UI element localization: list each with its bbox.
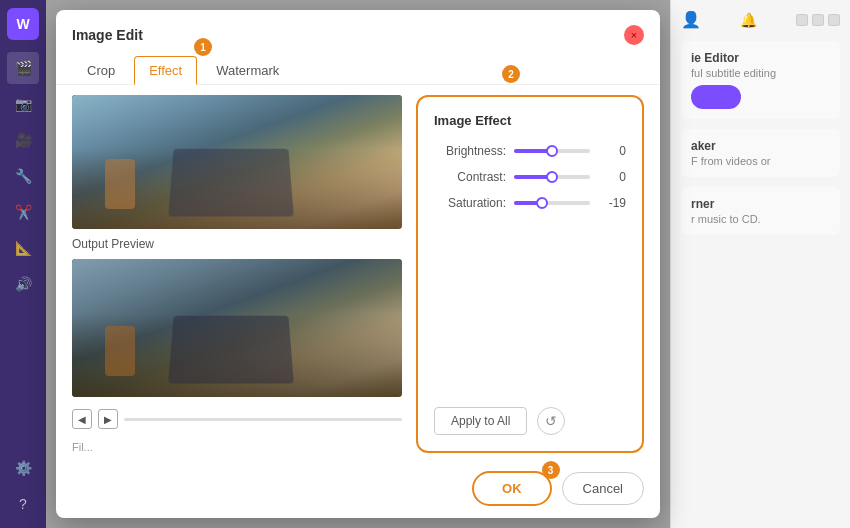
tab-effect[interactable]: Effect [134,56,197,85]
file-label: Fil... [72,441,402,453]
effect-box-title: Image Effect [434,113,626,128]
saturation-slider[interactable] [514,201,590,205]
right-section-burner-text: r music to CD. [691,213,830,225]
badge-3: 3 [542,461,560,479]
modal-overlay: 1 2 Image Edit × Crop Effect Watermark [46,0,670,528]
tab-watermark[interactable]: Watermark [201,56,294,85]
sidebar-item-audio[interactable]: 🔊 [7,268,39,300]
contrast-value: 0 [598,170,626,184]
reset-button[interactable]: ↺ [537,407,565,435]
sidebar-item-cut[interactable]: ✂️ [7,196,39,228]
logo-text: W [16,16,29,32]
contrast-thumb[interactable] [546,171,558,183]
right-panel-user-icon: 👤 [681,10,701,29]
sidebar-logo[interactable]: W [7,8,39,40]
sidebar-item-crop[interactable]: 📐 [7,232,39,264]
sidebar-item-settings[interactable]: ⚙️ [7,452,39,484]
sidebar-item-tools[interactable]: 🔧 [7,160,39,192]
right-section-maker-title: aker [691,139,830,153]
right-section-burner-title: rner [691,197,830,211]
original-preview [72,95,402,229]
effect-panel: Image Effect Brightness: 0 Contrast: [416,95,644,453]
saturation-label: Saturation: [434,196,506,210]
brightness-slider[interactable] [514,149,590,153]
contrast-label: Contrast: [434,170,506,184]
original-preview-image [72,95,402,229]
saturation-thumb[interactable] [536,197,548,209]
contrast-slider[interactable] [514,175,590,179]
output-preview-inner [72,259,402,397]
background-app-panel: 👤 🔔 ie Editor ful subtitle editing aker … [670,0,850,528]
ok-button[interactable]: OK [472,471,552,506]
dialog-body: Output Preview ◀ ▶ Fi [56,85,660,463]
sidebar: W 🎬 📷 🎥 🔧 ✂️ 📐 🔊 ⚙️ ? [0,0,46,528]
editor-button[interactable] [691,85,741,109]
contrast-row: Contrast: 0 [434,170,626,184]
sidebar-item-photo[interactable]: 📷 [7,88,39,120]
dialog-footer: 3 OK Cancel [56,463,660,518]
next-frame-button[interactable]: ▶ [98,409,118,429]
window-controls [796,14,840,26]
minimize-btn[interactable] [796,14,808,26]
dialog-tabs: Crop Effect Watermark [56,50,660,85]
maximize-btn[interactable] [812,14,824,26]
right-section-maker: aker F from videos or [681,129,840,177]
brightness-row: Brightness: 0 [434,144,626,158]
badge-2: 2 [502,65,520,83]
ok-button-wrapper: 3 OK [472,471,552,506]
right-section-editor: ie Editor ful subtitle editing [681,41,840,119]
apply-all-button[interactable]: Apply to All [434,407,527,435]
brightness-value: 0 [598,144,626,158]
dialog-header: Image Edit × [56,10,660,50]
tab-crop[interactable]: Crop [72,56,130,85]
saturation-row: Saturation: -19 [434,196,626,210]
dialog-title: Image Edit [72,27,143,43]
progress-bar[interactable] [124,418,402,421]
playback-controls: ◀ ▶ [72,405,402,433]
right-section-editor-title: ie Editor [691,51,830,65]
sidebar-item-home[interactable]: 🎬 [7,52,39,84]
brightness-label: Brightness: [434,144,506,158]
output-preview-label: Output Preview [72,237,402,251]
right-panel-bell-icon[interactable]: 🔔 [740,12,757,28]
right-section-maker-text: F from videos or [691,155,830,167]
spacer [434,222,626,387]
right-section-burner: rner r music to CD. [681,187,840,235]
right-panel-header: 👤 🔔 [681,10,840,29]
output-preview-image-container [72,259,402,397]
effect-box: Image Effect Brightness: 0 Contrast: [416,95,644,453]
cancel-button[interactable]: Cancel [562,472,644,505]
prev-frame-button[interactable]: ◀ [72,409,92,429]
sidebar-item-video[interactable]: 🎥 [7,124,39,156]
badge-1: 1 [194,38,212,56]
effect-actions: Apply to All ↺ [434,407,626,435]
image-preview-area: Output Preview ◀ ▶ Fi [72,95,402,453]
right-section-editor-text: ful subtitle editing [691,67,830,79]
saturation-value: -19 [598,196,626,210]
sidebar-item-help[interactable]: ? [7,488,39,520]
close-window-btn[interactable] [828,14,840,26]
brightness-thumb[interactable] [546,145,558,157]
image-edit-dialog: 1 2 Image Edit × Crop Effect Watermark [56,10,660,518]
dialog-close-button[interactable]: × [624,25,644,45]
